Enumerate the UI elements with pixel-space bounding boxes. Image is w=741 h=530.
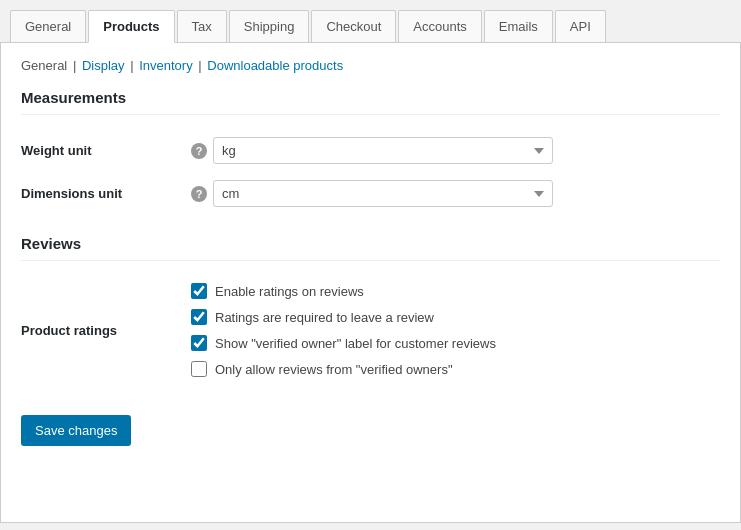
weight-unit-help-icon[interactable]: ? <box>191 143 207 159</box>
dimensions-unit-row: Dimensions unit ? cm m mm in yd <box>21 172 720 215</box>
enable-ratings-checkbox[interactable] <box>191 283 207 299</box>
separator-3: | <box>198 58 201 73</box>
save-changes-button[interactable]: Save changes <box>21 415 131 446</box>
subnav-downloadable[interactable]: Downloadable products <box>207 58 343 73</box>
separator-2: | <box>130 58 133 73</box>
checkbox-only-verified: Only allow reviews from "verified owners… <box>191 361 710 377</box>
only-verified-checkbox[interactable] <box>191 361 207 377</box>
checkboxes-cell: Enable ratings on reviews Ratings are re… <box>181 275 720 385</box>
only-verified-label[interactable]: Only allow reviews from "verified owners… <box>215 362 453 377</box>
weight-unit-row: Weight unit ? kg g lbs oz <box>21 129 720 172</box>
weight-unit-field-row: ? kg g lbs oz <box>191 137 710 164</box>
verified-label-label[interactable]: Show "verified owner" label for customer… <box>215 336 496 351</box>
subnav-general[interactable]: General <box>21 58 67 73</box>
tab-products[interactable]: Products <box>88 10 174 43</box>
tab-shipping[interactable]: Shipping <box>229 10 310 42</box>
required-ratings-checkbox[interactable] <box>191 309 207 325</box>
weight-unit-label: Weight unit <box>21 129 181 172</box>
enable-ratings-label[interactable]: Enable ratings on reviews <box>215 284 364 299</box>
dimensions-unit-help-icon[interactable]: ? <box>191 186 207 202</box>
subnav-inventory[interactable]: Inventory <box>139 58 192 73</box>
measurements-table: Weight unit ? kg g lbs oz Dimensions uni… <box>21 129 720 215</box>
checkbox-group: Enable ratings on reviews Ratings are re… <box>191 283 710 377</box>
subnav-display[interactable]: Display <box>82 58 125 73</box>
measurements-title: Measurements <box>21 89 720 115</box>
reviews-table: Product ratings Enable ratings on review… <box>21 275 720 385</box>
tab-emails[interactable]: Emails <box>484 10 553 42</box>
checkbox-required-ratings: Ratings are required to leave a review <box>191 309 710 325</box>
sub-nav: General | Display | Inventory | Download… <box>21 58 720 73</box>
tab-general[interactable]: General <box>10 10 86 42</box>
reviews-title: Reviews <box>21 235 720 261</box>
checkbox-enable-ratings: Enable ratings on reviews <box>191 283 710 299</box>
dimensions-unit-label: Dimensions unit <box>21 172 181 215</box>
dimensions-unit-select[interactable]: cm m mm in yd <box>213 180 553 207</box>
required-ratings-label[interactable]: Ratings are required to leave a review <box>215 310 434 325</box>
weight-unit-field-cell: ? kg g lbs oz <box>181 129 720 172</box>
tab-accounts[interactable]: Accounts <box>398 10 481 42</box>
dimensions-unit-field-row: ? cm m mm in yd <box>191 180 710 207</box>
tab-bar: General Products Tax Shipping Checkout A… <box>0 0 741 43</box>
dimensions-unit-field-cell: ? cm m mm in yd <box>181 172 720 215</box>
tab-tax[interactable]: Tax <box>177 10 227 42</box>
tab-checkout[interactable]: Checkout <box>311 10 396 42</box>
verified-label-checkbox[interactable] <box>191 335 207 351</box>
main-content: General | Display | Inventory | Download… <box>0 43 741 523</box>
tab-api[interactable]: API <box>555 10 606 42</box>
product-ratings-label: Product ratings <box>21 275 181 385</box>
checkbox-verified-label: Show "verified owner" label for customer… <box>191 335 710 351</box>
separator-1: | <box>73 58 76 73</box>
product-ratings-row: Product ratings Enable ratings on review… <box>21 275 720 385</box>
reviews-section: Reviews Product ratings Enable ratings o… <box>21 235 720 385</box>
weight-unit-select[interactable]: kg g lbs oz <box>213 137 553 164</box>
